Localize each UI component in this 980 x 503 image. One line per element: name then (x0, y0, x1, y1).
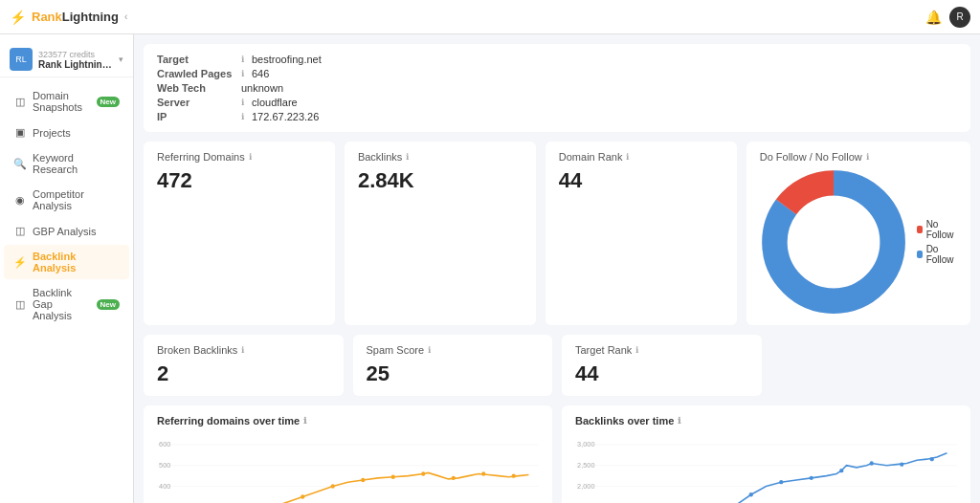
gbp-icon: ◫ (13, 225, 27, 237)
backlinks-svg: 3,000 2,500 2,000 1,500 1,000 500 (575, 434, 957, 503)
projects-icon: ▣ (13, 126, 27, 139)
svg-point-48 (930, 457, 934, 461)
crawled-value: 646 (252, 68, 269, 79)
do-follow-legend: Do Follow (917, 244, 957, 265)
svg-text:2,500: 2,500 (577, 461, 594, 470)
account-credits: 323577 credits (38, 50, 113, 59)
server-label: Server (157, 97, 234, 108)
sidebar-item-backlink-analysis[interactable]: ⚡ Backlink Analysis (4, 245, 129, 279)
webtech-row: Web Tech unknown (157, 82, 322, 94)
sidebar: RL 323577 credits Rank Lightning Account… (0, 34, 134, 503)
no-follow-legend: No Follow (917, 219, 957, 240)
account-icon: RL (10, 48, 33, 71)
info-icon: ℹ (406, 152, 409, 162)
keyword-research-icon: 🔍 (13, 158, 27, 170)
sidebar-item-label: Backlink Gap Analysis (33, 287, 91, 321)
info-icon: ℹ (249, 152, 252, 162)
new-badge: New (97, 97, 120, 107)
topbar-right: 🔔 R (925, 7, 970, 28)
bell-icon[interactable]: 🔔 (925, 10, 942, 25)
sidebar-account[interactable]: RL 323577 credits Rank Lightning Account… (0, 42, 133, 77)
chevron-icon: ‹ (124, 11, 127, 22)
info-icon: ℹ (241, 345, 244, 355)
content-area: Target ℹ bestroofing.net Crawled Pages ℹ… (134, 34, 980, 503)
stat-title: Spam Score ℹ (367, 344, 540, 356)
svg-point-18 (301, 494, 304, 498)
svg-point-25 (512, 474, 516, 478)
svg-point-23 (452, 476, 456, 480)
info-icon: ℹ (635, 345, 638, 355)
referring-domains-value: 472 (157, 168, 322, 193)
stat-title: Referring Domains ℹ (157, 151, 322, 163)
dofollow-title: Do Follow / No Follow ℹ (760, 151, 957, 163)
sidebar-item-label: Keyword Research (33, 152, 120, 175)
competitor-icon: ◉ (13, 194, 27, 207)
sidebar-item-gbp-analysis[interactable]: ◫ GBP Analysis (4, 219, 129, 243)
new-badge: New (97, 299, 120, 310)
webtech-value: unknown (241, 82, 283, 94)
charts-row: Referring domains over time ℹ 600 500 (144, 405, 970, 503)
stat-title: Backlinks ℹ (358, 151, 523, 163)
domain-rank-card: Domain Rank ℹ 44 (546, 142, 737, 325)
backlinks-value: 2.84K (358, 168, 523, 193)
chart-info-icon: ℹ (678, 416, 680, 426)
info-icon: ℹ (866, 152, 869, 162)
svg-point-24 (481, 471, 485, 475)
svg-point-47 (900, 463, 903, 467)
donut-container: No Follow Do Follow (760, 168, 957, 316)
referring-domains-card: Referring Domains ℹ 472 (144, 142, 335, 325)
app-name: RankLightning (32, 10, 119, 24)
stat-title: Target Rank ℹ (575, 344, 748, 356)
server-row: Server ℹ cloudflare (157, 97, 322, 108)
sidebar-item-projects[interactable]: ▣ Projects (4, 120, 129, 144)
sidebar-item-backlink-gap-analysis[interactable]: ◫ Backlink Gap Analysis New (4, 281, 129, 327)
crawled-label: Crawled Pages (157, 68, 234, 79)
main-layout: RL 323577 credits Rank Lightning Account… (0, 34, 980, 503)
info-icon: ℹ (241, 112, 244, 121)
info-section: Target ℹ bestroofing.net Crawled Pages ℹ… (144, 44, 970, 132)
chart-info-icon: ℹ (303, 416, 306, 426)
svg-point-42 (749, 492, 753, 496)
svg-point-19 (331, 484, 335, 488)
stats-row-2: Broken Backlinks ℹ 2 Spam Score ℹ 25 Tar… (144, 335, 970, 396)
svg-text:3,000: 3,000 (577, 440, 594, 448)
spam-score-value: 25 (367, 361, 540, 386)
stats-row-1: Referring Domains ℹ 472 Backlinks ℹ 2.84… (144, 142, 970, 325)
info-icon: ℹ (626, 152, 629, 162)
target-row: Target ℹ bestroofing.net (157, 54, 322, 65)
ip-label: IP (157, 111, 234, 122)
dofollow-nofollow-card: Do Follow / No Follow ℹ No Follow (746, 142, 970, 325)
svg-text:500: 500 (159, 461, 170, 470)
referring-domains-chart-area: 600 500 400 300 200 100 (157, 434, 539, 503)
referring-domains-chart-title: Referring domains over time ℹ (157, 415, 539, 426)
backlinks-chart-title: Backlinks over time ℹ (575, 415, 957, 426)
sidebar-item-label: Projects (33, 127, 120, 139)
sidebar-item-competitor-analysis[interactable]: ◉ Competitor Analysis (4, 183, 129, 217)
svg-text:600: 600 (159, 440, 170, 448)
topbar-left: ⚡ RankLightning ‹ (10, 10, 127, 25)
broken-backlinks-card: Broken Backlinks ℹ 2 (144, 335, 344, 396)
account-info: 323577 credits Rank Lightning Account (38, 50, 113, 70)
svg-point-46 (870, 461, 874, 465)
svg-point-20 (361, 478, 365, 482)
svg-point-45 (839, 469, 843, 472)
avatar[interactable]: R (949, 7, 970, 28)
sidebar-item-domain-snapshots[interactable]: ◫ Domain Snapshots New (4, 84, 129, 119)
svg-text:400: 400 (159, 482, 170, 491)
sidebar-item-label: GBP Analysis (33, 226, 120, 237)
target-rank-card: Target Rank ℹ 44 (562, 335, 762, 396)
donut-chart (760, 168, 907, 316)
broken-backlinks-value: 2 (157, 361, 330, 386)
backlink-icon: ⚡ (13, 256, 27, 269)
webtech-label: Web Tech (157, 82, 234, 94)
svg-point-22 (421, 471, 425, 475)
sidebar-item-keyword-research[interactable]: 🔍 Keyword Research (4, 146, 129, 181)
spam-score-card: Spam Score ℹ 25 (353, 335, 553, 396)
target-rank-value: 44 (575, 361, 748, 386)
ip-row: IP ℹ 172.67.223.26 (157, 111, 322, 122)
info-col-left: Target ℹ bestroofing.net Crawled Pages ℹ… (157, 54, 322, 122)
backlinks-chart-area: 3,000 2,500 2,000 1,500 1,000 500 (575, 434, 957, 503)
referring-domains-svg: 600 500 400 300 200 100 (157, 434, 539, 503)
sidebar-item-label: Backlink Analysis (33, 251, 120, 273)
domain-rank-value: 44 (559, 168, 724, 193)
